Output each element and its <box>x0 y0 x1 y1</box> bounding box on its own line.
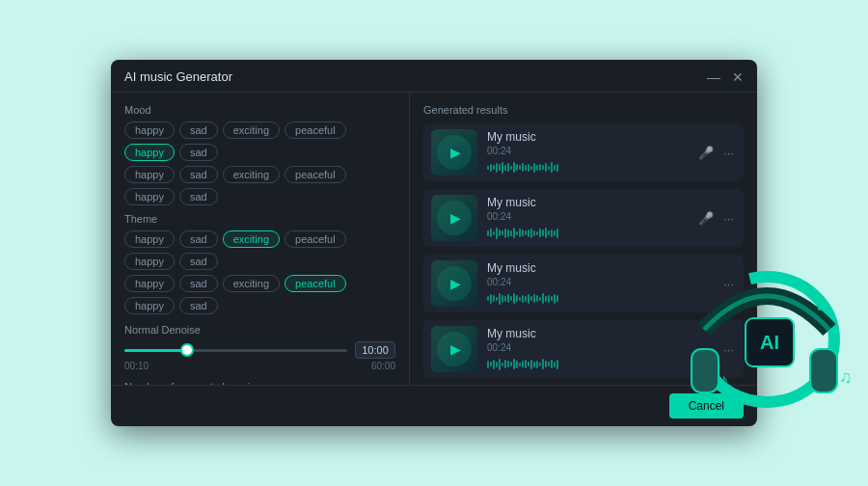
dialog-body: Mood happy sad exciting peaceful happy s… <box>111 93 757 385</box>
mood-tag-sad2[interactable]: sad <box>179 144 218 161</box>
music-info-4: My music 00:24 <box>487 327 712 372</box>
denoise-thumb[interactable] <box>180 343 194 357</box>
music-actions-1: 🎤 ··· <box>696 144 736 162</box>
music-mic-btn-2[interactable]: 🎤 <box>696 209 716 228</box>
mood-tag-happy4[interactable]: happy <box>124 188 175 205</box>
denoise-fill <box>124 349 187 352</box>
mood-tag-exciting2[interactable]: exciting <box>223 166 280 183</box>
cancel-button[interactable]: Cancel <box>669 393 744 418</box>
svg-rect-2 <box>810 349 837 392</box>
mood-tag-happy1[interactable]: happy <box>124 122 175 139</box>
music-thumb-3[interactable]: ▶ <box>431 260 477 307</box>
theme-tags-row-2: happy sad exciting peaceful happy sad <box>124 275 395 314</box>
music-name-1: My music <box>487 130 687 144</box>
theme-tag-happy4[interactable]: happy <box>124 297 175 314</box>
waveform-4 <box>487 357 712 372</box>
mood-tag-exciting1[interactable]: exciting <box>223 122 280 139</box>
play-icon-3: ▶ <box>450 276 461 291</box>
music-more-btn-3[interactable]: ··· <box>721 275 736 293</box>
music-item-2: ▶ My music 00:24 <box>423 189 744 247</box>
theme-tag-sad1[interactable]: sad <box>179 230 218 248</box>
music-actions-3: ··· <box>721 275 736 293</box>
denoise-range: 00:10 60:00 <box>124 361 395 371</box>
mood-tag-happy3[interactable]: happy <box>124 166 175 183</box>
music-duration-2: 00:24 <box>487 211 687 222</box>
music-item-4: ▶ My music 00:24 <box>423 320 744 378</box>
theme-tag-exciting1[interactable]: exciting <box>223 230 280 248</box>
waveform-2 <box>487 226 687 241</box>
titlebar-controls: — ✕ <box>707 70 744 84</box>
theme-tag-sad2[interactable]: sad <box>179 253 218 270</box>
music-thumb-2[interactable]: ▶ <box>431 195 477 241</box>
theme-tags-row-1: happy sad exciting peaceful happy sad <box>124 230 395 270</box>
theme-tag-happy3[interactable]: happy <box>124 275 175 292</box>
svg-text:♪: ♪ <box>815 286 828 316</box>
results-label: Generated results <box>423 104 744 116</box>
music-more-btn-4[interactable]: ··· <box>721 340 736 359</box>
mood-tag-happy2[interactable]: happy <box>124 144 175 161</box>
play-icon-4: ▶ <box>450 341 461 357</box>
music-thumb-4[interactable]: ▶ <box>431 326 477 372</box>
svg-text:AI: AI <box>760 332 779 353</box>
music-actions-2: 🎤 ··· <box>696 209 736 228</box>
denoise-slider-row: 10:00 <box>124 341 395 359</box>
mood-tag-sad4[interactable]: sad <box>179 188 218 205</box>
theme-tag-peaceful2[interactable]: peaceful <box>285 275 346 292</box>
close-button[interactable]: ✕ <box>732 70 744 84</box>
play-icon-1: ▶ <box>450 145 461 160</box>
music-item-1: ▶ My music 00:24 <box>423 123 744 181</box>
waveform-1 <box>487 160 687 176</box>
music-info-1: My music 00:24 <box>487 130 687 176</box>
mood-tag-peaceful2[interactable]: peaceful <box>285 166 346 183</box>
music-thumb-1[interactable]: ▶ <box>431 129 477 176</box>
theme-tag-sad3[interactable]: sad <box>179 275 218 292</box>
music-duration-4: 00:24 <box>487 342 712 353</box>
play-icon-2: ▶ <box>450 210 461 226</box>
mood-tags-row-2: happy sad exciting peaceful happy sad <box>124 166 395 205</box>
dialog-footer: Cancel <box>111 385 757 426</box>
theme-tag-happy1[interactable]: happy <box>124 230 175 248</box>
mood-label: Mood <box>124 104 395 116</box>
music-name-4: My music <box>487 327 712 340</box>
mood-tag-sad1[interactable]: sad <box>179 122 218 139</box>
music-more-btn-1[interactable]: ··· <box>721 144 736 162</box>
dialog-title: AI music Generator <box>124 69 232 84</box>
music-info-2: My music 00:24 <box>487 196 687 241</box>
music-name-2: My music <box>487 196 687 209</box>
theme-tag-happy2[interactable]: happy <box>124 253 175 270</box>
theme-tag-sad4[interactable]: sad <box>179 297 218 314</box>
music-more-btn-2[interactable]: ··· <box>721 209 736 228</box>
waveform-3 <box>487 291 712 307</box>
theme-tag-exciting2[interactable]: exciting <box>223 275 280 292</box>
mood-tag-peaceful1[interactable]: peaceful <box>285 122 346 139</box>
svg-text:♫: ♫ <box>839 367 853 387</box>
denoise-max: 60:00 <box>371 361 395 371</box>
ai-music-generator-dialog: AI music Generator — ✕ Mood happy sad ex… <box>111 60 757 426</box>
music-mic-btn-1[interactable]: 🎤 <box>696 144 716 162</box>
mood-tag-sad3[interactable]: sad <box>179 166 218 183</box>
right-panel: Generated results ▶ My music 00:24 <box>410 93 757 385</box>
theme-label: Theme <box>124 213 395 225</box>
denoise-slider-wrapper[interactable] <box>124 341 347 359</box>
denoise-track <box>124 349 347 352</box>
music-info-3: My music 00:24 <box>487 261 712 307</box>
denoise-min: 00:10 <box>124 361 149 371</box>
music-name-3: My music <box>487 261 712 275</box>
denoise-section: Normal Denoise 10:00 00:10 60:00 <box>124 324 395 371</box>
minimize-button[interactable]: — <box>707 70 720 84</box>
theme-tag-peaceful1[interactable]: peaceful <box>285 230 346 248</box>
mood-tags-row-1: happy sad exciting peaceful happy sad <box>124 122 395 161</box>
dialog-titlebar: AI music Generator — ✕ <box>111 60 757 93</box>
music-duration-3: 00:24 <box>487 277 712 287</box>
music-item-3: ▶ My music 00:24 <box>423 255 744 312</box>
denoise-label: Normal Denoise <box>124 324 395 336</box>
music-actions-4: ··· <box>721 340 736 359</box>
denoise-value: 10:00 <box>355 341 395 359</box>
left-panel: Mood happy sad exciting peaceful happy s… <box>111 93 410 385</box>
music-duration-1: 00:24 <box>487 146 687 156</box>
